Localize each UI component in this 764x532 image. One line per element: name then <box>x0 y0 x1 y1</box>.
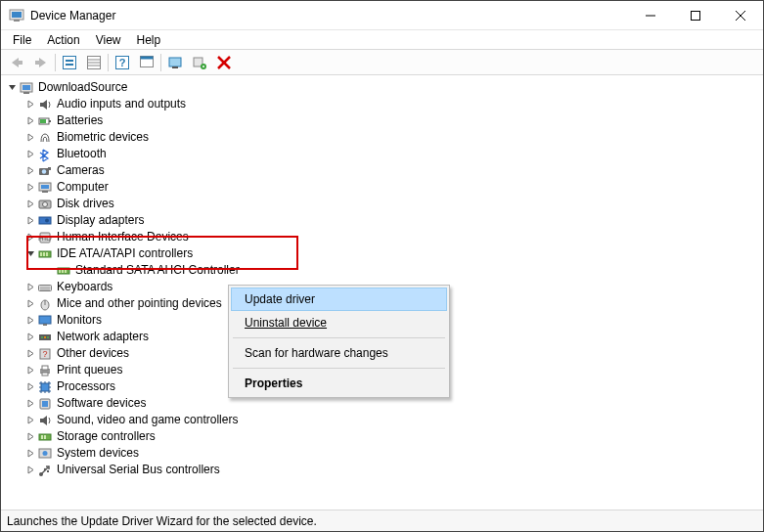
svg-point-62 <box>47 336 49 338</box>
audio-icon <box>37 413 53 428</box>
toolbar-action-center[interactable] <box>135 52 158 73</box>
chevron-right-icon[interactable] <box>23 364 37 377</box>
cpu-icon <box>37 379 53 395</box>
chevron-right-icon[interactable] <box>23 297 37 311</box>
maximize-button[interactable] <box>673 1 718 29</box>
chevron-right-icon[interactable] <box>23 148 37 161</box>
svg-rect-2 <box>14 20 20 22</box>
tree-row[interactable]: DownloadSource <box>5 79 763 96</box>
status-bar: Launches the Update Driver Wizard for th… <box>1 510 763 531</box>
tree-row[interactable]: Display adapters <box>23 212 763 229</box>
chevron-down-icon[interactable] <box>5 81 19 95</box>
svg-rect-9 <box>64 56 76 68</box>
tree-row[interactable]: Storage controllers <box>23 428 763 445</box>
chevron-right-icon[interactable] <box>23 347 37 361</box>
tree-row[interactable]: System devices <box>23 445 763 462</box>
tree-row[interactable]: Universal Serial Bus controllers <box>23 462 763 478</box>
context-menu: Update driver Uninstall device Scan for … <box>228 285 450 398</box>
chevron-right-icon[interactable] <box>23 114 37 128</box>
svg-rect-70 <box>42 401 48 407</box>
mon-icon <box>37 313 53 329</box>
svg-rect-19 <box>141 56 154 59</box>
tree-row[interactable]: HIDHuman Interface Devices <box>23 229 763 245</box>
chevron-right-icon[interactable] <box>23 447 37 461</box>
tree-item-label: Storage controllers <box>57 428 156 445</box>
tree-row[interactable]: Computer <box>23 179 763 196</box>
svg-rect-1 <box>12 12 22 18</box>
chevron-right-icon[interactable] <box>23 314 37 328</box>
toolbar-uninstall[interactable] <box>212 52 236 73</box>
toolbar-properties-pane[interactable] <box>82 52 106 73</box>
sw-icon <box>37 396 53 412</box>
svg-rect-27 <box>22 85 30 90</box>
forward-button[interactable] <box>29 52 53 73</box>
tree-item-label: Network adapters <box>57 329 149 345</box>
chevron-right-icon[interactable] <box>23 430 37 444</box>
audio-icon <box>37 97 53 112</box>
svg-point-60 <box>41 336 43 338</box>
chevron-right-icon[interactable] <box>23 214 37 228</box>
svg-rect-21 <box>172 66 178 68</box>
ctx-uninstall-device[interactable]: Uninstall device <box>231 311 447 334</box>
tree-row[interactable]: Disk drives <box>23 196 763 212</box>
svg-point-41 <box>45 218 49 222</box>
svg-point-33 <box>42 169 46 173</box>
toolbar-show-hidden[interactable] <box>58 52 81 73</box>
kb-icon <box>37 280 53 295</box>
chevron-right-icon[interactable] <box>23 397 37 411</box>
battery-icon <box>37 113 53 129</box>
svg-point-39 <box>43 201 48 206</box>
pc-icon <box>37 180 53 196</box>
storage-icon <box>37 429 53 445</box>
toolbar-help[interactable]: ? <box>111 52 134 73</box>
back-button[interactable] <box>5 52 28 73</box>
svg-rect-46 <box>43 252 45 256</box>
svg-point-75 <box>43 451 48 456</box>
tree-row[interactable]: Audio inputs and outputs <box>23 96 763 112</box>
menu-file[interactable]: File <box>5 32 39 48</box>
svg-point-77 <box>44 467 46 469</box>
ctx-properties[interactable]: Properties <box>231 372 447 395</box>
chevron-right-icon[interactable] <box>23 231 37 244</box>
tree-row[interactable]: Bluetooth <box>23 146 763 162</box>
svg-rect-8 <box>35 61 40 65</box>
toolbar-scan-hardware[interactable] <box>188 52 211 73</box>
chevron-right-icon[interactable] <box>23 164 37 178</box>
ctx-scan-hardware[interactable]: Scan for hardware changes <box>231 341 447 365</box>
menu-help[interactable]: Help <box>129 32 169 48</box>
svg-rect-4 <box>692 11 700 20</box>
window-buttons <box>628 1 763 29</box>
chevron-right-icon[interactable] <box>23 414 37 427</box>
ctx-update-driver[interactable]: Update driver <box>231 288 447 311</box>
chevron-right-icon[interactable] <box>23 331 37 344</box>
chevron-right-icon[interactable] <box>23 464 37 477</box>
tree-row[interactable]: Biometric devices <box>23 129 763 146</box>
tree-item-label: Keyboards <box>57 279 112 295</box>
chevron-right-icon[interactable] <box>23 131 37 145</box>
chevron-right-icon[interactable] <box>23 98 37 111</box>
tree-row[interactable]: Cameras <box>23 162 763 179</box>
chevron-right-icon[interactable] <box>23 380 37 394</box>
svg-rect-7 <box>18 61 22 65</box>
tree-item-label: Other devices <box>57 345 129 362</box>
device-tree[interactable]: DownloadSourceAudio inputs and outputsBa… <box>1 76 763 481</box>
tree-item-label: Computer <box>57 179 109 196</box>
app-icon <box>9 8 24 23</box>
tree-row[interactable]: Batteries <box>23 112 763 129</box>
menu-view[interactable]: View <box>88 32 129 48</box>
chevron-down-icon[interactable] <box>23 247 37 261</box>
device-manager-window: Device Manager File Action View Help <box>0 0 764 532</box>
menu-action[interactable]: Action <box>39 32 87 48</box>
svg-rect-50 <box>62 269 64 273</box>
tree-row[interactable]: Sound, video and game controllers <box>23 412 763 428</box>
minimize-button[interactable] <box>628 1 673 29</box>
bt-icon <box>37 147 53 162</box>
chevron-right-icon[interactable] <box>23 281 37 294</box>
tree-row[interactable]: IDE ATA/ATAPI controllers <box>23 245 763 262</box>
svg-rect-30 <box>49 120 51 122</box>
chevron-right-icon[interactable] <box>23 181 37 195</box>
close-button[interactable] <box>718 1 763 29</box>
chevron-right-icon[interactable] <box>23 198 37 211</box>
toolbar-update-driver[interactable] <box>163 52 187 73</box>
tree-row[interactable]: Standard SATA AHCI Controller <box>42 262 763 279</box>
